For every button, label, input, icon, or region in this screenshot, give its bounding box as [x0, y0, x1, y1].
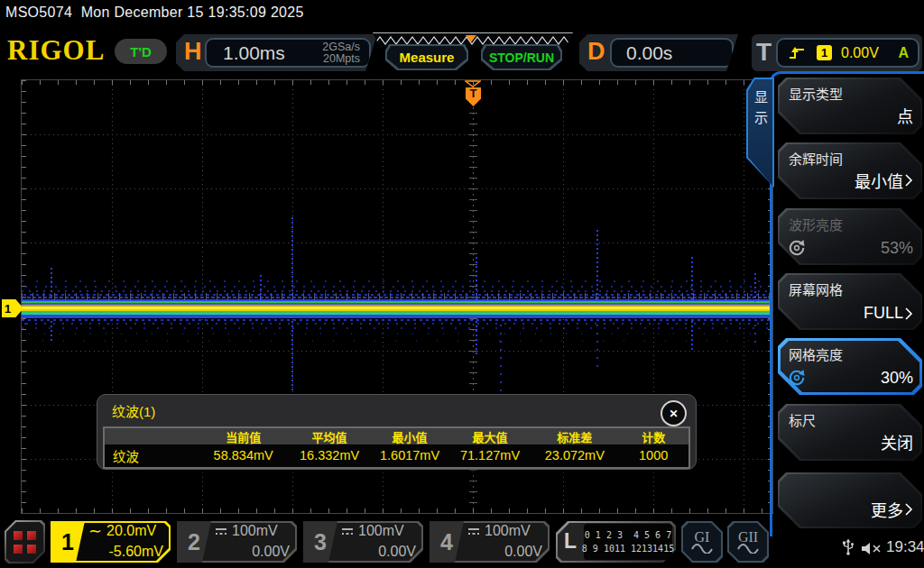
measurement-table-header: 当前值 平均值 最小值 最大值 标准差 计数	[105, 428, 688, 444]
popup-title: 纹波(1)	[112, 401, 155, 420]
speaker-muted-icon[interactable]	[861, 542, 882, 555]
channel3-box[interactable]: 3 100mV 0.00V	[303, 521, 423, 563]
trigger-position-triangle-icon[interactable]	[465, 80, 481, 87]
rigol-logo: RIGOL	[7, 34, 105, 67]
trigger-slope-icon	[789, 47, 805, 60]
channel3-offset: 0.00V	[378, 544, 416, 560]
menu-item-screen-grid[interactable]: 屏幕网格 FULL	[778, 273, 922, 330]
timebase-value: 1.00ms	[223, 42, 285, 64]
channel4-scale: 100mV	[485, 523, 531, 539]
trigger-box[interactable]: 1 0.00V A	[776, 38, 919, 68]
knob-rotate-icon	[788, 239, 806, 257]
menu-item-display-type[interactable]: 显示类型 点	[778, 78, 922, 134]
menu-item-waveform-intensity[interactable]: 波形亮度 53%	[778, 208, 922, 265]
channel4-offset: 0.00V	[504, 544, 542, 560]
channel1-box[interactable]: 1 ∼ 20.0mV -5.60mV	[51, 521, 171, 563]
sample-rate: 2GSa/s	[322, 41, 360, 53]
header-bar: RIGOL T'D H 1.00ms 2GSa/s 20Mpts Measure…	[0, 27, 924, 74]
sine-wave-icon	[691, 544, 713, 554]
acquisition-rates: 2GSa/s 20Mpts	[322, 41, 360, 65]
dc-coupling-icon	[341, 527, 354, 536]
dc-coupling-icon	[467, 527, 480, 536]
dc-coupling-icon	[215, 527, 227, 536]
menu-item-persistence-time[interactable]: 余辉时间 最小值	[778, 142, 922, 199]
horizontal-settings-box[interactable]: H 1.00ms 2GSa/s 20Mpts	[176, 34, 379, 71]
ac-coupling-icon: ∼	[88, 525, 102, 537]
measurement-table: 当前值 平均值 最小值 最大值 标准差 计数 纹波 58.834mV 16.33…	[103, 426, 690, 469]
usb-icon	[842, 538, 855, 556]
trigger-sweep-mode: A	[898, 45, 909, 61]
delay-value: 0.00s	[626, 42, 672, 64]
menu-item-grid-brightness[interactable]: 网格亮度 30%	[778, 338, 922, 395]
clock: 19:34	[886, 538, 924, 556]
quick-menu-button[interactable]	[5, 520, 45, 563]
stop-run-label: STOP/RUN	[483, 46, 560, 69]
measure-button[interactable]: Measure	[385, 44, 468, 70]
edge-ticks	[22, 80, 772, 85]
gridline	[22, 351, 772, 352]
chevron-right-icon	[904, 502, 913, 517]
measurement-popup: 纹波(1) ✕ 当前值 平均值 最小值 最大值 标准差 计数 纹波 58.834…	[97, 394, 697, 470]
delay-box[interactable]: 0.00s	[610, 38, 734, 68]
channel1-scale: 20.0mV	[106, 523, 156, 539]
channel2-scale: 100mV	[232, 523, 278, 539]
chevron-right-icon	[904, 307, 913, 321]
channel2-offset: 0.00V	[252, 544, 290, 560]
logic-label: L	[564, 529, 577, 554]
channel3-scale: 100mV	[358, 523, 404, 539]
timebase-box[interactable]: 1.00ms 2GSa/s 20Mpts	[205, 38, 371, 68]
horizontal-label: H	[184, 38, 202, 66]
knob-rotate-icon	[788, 369, 806, 387]
model-and-datetime: MSO5074 Mon December 15 19:35:09 2025	[5, 5, 304, 21]
gridline	[22, 188, 772, 189]
status-bar: MSO5074 Mon December 15 19:35:09 2025	[0, 0, 924, 27]
trigger-settings-box[interactable]: T 1 0.00V A	[752, 34, 922, 71]
trigger-label: T	[756, 38, 772, 67]
preview-trigger-position-icon	[466, 35, 476, 42]
oscilloscope-screen: MSO5074 Mon December 15 19:35:09 2025 RI…	[0, 0, 924, 568]
chevron-right-icon	[904, 173, 913, 188]
close-icon[interactable]: ✕	[661, 400, 687, 426]
delay-label: D	[587, 38, 605, 66]
channel4-box[interactable]: 4 100mV 0.00V	[430, 521, 550, 563]
menu-item-scale-ruler[interactable]: 标尺 关闭	[778, 404, 922, 461]
channel1-offset: -5.60mV	[109, 544, 163, 560]
logic-channel-list: 0 1 2 3 4 5 6 7 8 9 1011 12131415	[584, 524, 672, 560]
gridline	[22, 134, 772, 135]
sine-wave-icon	[737, 544, 759, 554]
trigger-status-badge: T'D	[115, 39, 167, 64]
measure-button-label: Measure	[387, 46, 467, 69]
channel2-box[interactable]: 2 100mV 0.00V	[177, 521, 297, 563]
trigger-source-badge: 1	[817, 45, 832, 60]
generator2-button[interactable]: GII	[727, 521, 769, 563]
memory-depth: 20Mpts	[322, 53, 360, 65]
grid-menu-icon	[6, 522, 43, 562]
trigger-level-value: 0.00V	[841, 45, 879, 61]
gridline	[22, 243, 772, 243]
menu-tab-display[interactable]: 显示	[746, 78, 774, 188]
generator1-button[interactable]: GI	[681, 521, 723, 563]
delay-settings-box[interactable]: D 0.00s	[579, 34, 740, 71]
logic-channels-box[interactable]: L 0 1 2 3 4 5 6 7 8 9 1011 12131415	[556, 521, 676, 563]
edge-ticks	[22, 508, 772, 513]
menu-item-more[interactable]: 更多	[778, 472, 922, 528]
measurement-table-row: 纹波 58.834mV 16.332mV 1.6017mV 71.127mV 2…	[105, 444, 688, 466]
stop-run-button[interactable]: STOP/RUN	[481, 44, 562, 70]
